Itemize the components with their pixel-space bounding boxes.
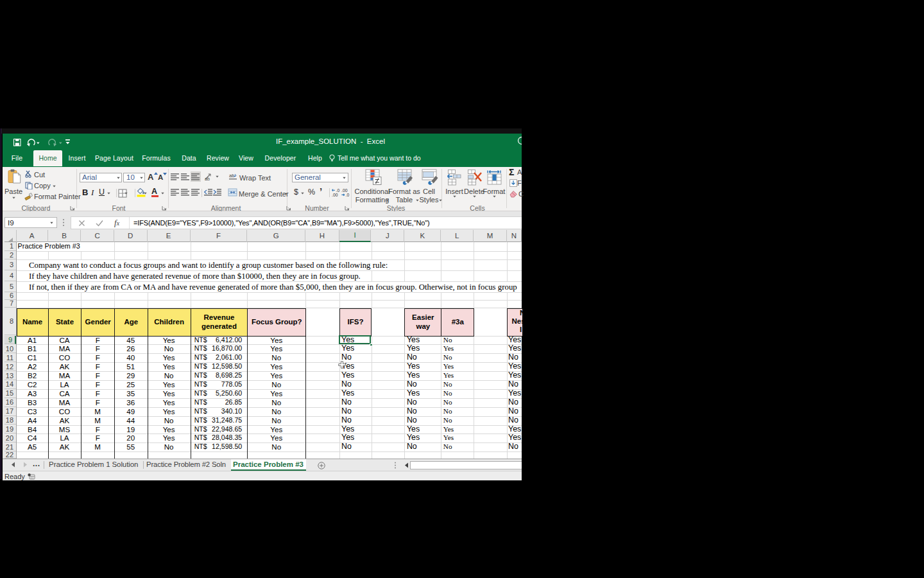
svg-text:ab: ab [205, 177, 210, 181]
svg-text:.0: .0 [346, 193, 350, 197]
svg-text:ab: ab [229, 173, 234, 179]
svg-text:.0: .0 [336, 188, 340, 193]
svg-text:.00: .00 [341, 188, 348, 193]
svg-text:.00: .00 [332, 193, 338, 197]
